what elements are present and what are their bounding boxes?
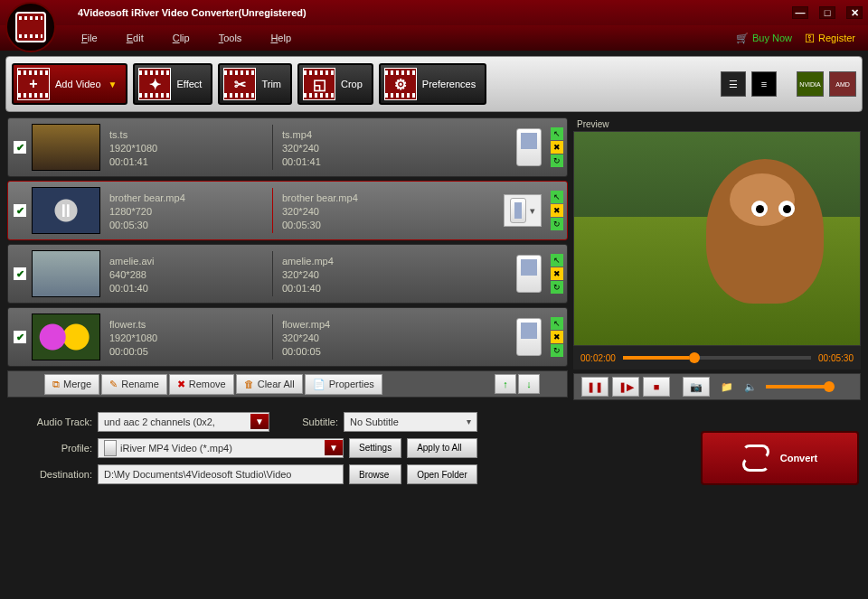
gear-icon: ⚙ [394, 76, 407, 93]
player-controls: ❚❚ ❚▶ ■ 📷 📁 🔈 [573, 373, 861, 400]
convert-button[interactable]: Convert [701, 431, 859, 485]
row-expand-button[interactable]: ↖ [551, 191, 563, 203]
subtitle-label: Subtitle: [275, 416, 338, 427]
preferences-button[interactable]: ⚙ Preferences [379, 63, 486, 105]
arrow-down-icon: ↓ [526, 379, 532, 389]
device-icon [516, 128, 542, 166]
move-up-button[interactable]: ↑ [495, 374, 516, 394]
subtitle-select[interactable]: No Subtitle [344, 412, 477, 432]
row-reload-button[interactable]: ↻ [551, 344, 563, 357]
merge-icon: ⧉ [52, 379, 60, 390]
row-reload-button[interactable]: ↻ [551, 281, 563, 294]
total-time: 00:05:30 [818, 353, 854, 363]
merge-button[interactable]: ⧉Merge [44, 374, 99, 395]
open-folder-button[interactable]: Open Folder [407, 464, 477, 484]
output-info: amelie.mp4320*24000:01:40 [282, 254, 436, 294]
remove-icon: ✖ [177, 379, 185, 390]
pencil-icon: ✎ [109, 379, 118, 390]
minimize-button[interactable]: — [792, 6, 808, 19]
row-checkbox[interactable]: ✔ [14, 267, 26, 280]
list-actions-bar: ⧉Merge ✎Rename ✖Remove 🗑Clear All 📄Prope… [7, 370, 568, 398]
source-info: flower.ts1920*108000:00:05 [109, 317, 272, 357]
amd-badge: AMD [829, 71, 856, 97]
toolbar: + Add Video▼ ✦ Effect ✂ Trim ◱ Crop ⚙ Pr… [5, 56, 863, 112]
file-list: ✔ts.ts1920*108000:01:41ts.mp4320*24000:0… [7, 117, 568, 367]
source-info: ts.ts1920*108000:01:41 [109, 127, 272, 167]
rename-button[interactable]: ✎Rename [101, 374, 167, 395]
window-title: 4Videosoft iRiver Video Converter(Unregi… [78, 7, 307, 18]
effect-button[interactable]: ✦ Effect [133, 63, 212, 105]
view-list-button[interactable]: ☰ [721, 71, 746, 97]
preview-label: Preview [573, 117, 861, 131]
properties-button[interactable]: 📄Properties [305, 374, 382, 395]
chevron-down-icon: ▼ [108, 80, 118, 89]
menubar: File Edit Clip Tools Help 🛒Buy Now ⚿Regi… [0, 25, 868, 51]
device-dropdown[interactable]: ▾ [504, 194, 542, 227]
register-link[interactable]: ⚿Register [805, 33, 855, 43]
snapshot-folder-button[interactable]: 📁 [713, 377, 741, 397]
add-video-button[interactable]: + Add Video▼ [12, 63, 127, 105]
preview-viewport [573, 131, 861, 346]
stop-button[interactable]: ■ [643, 377, 670, 397]
trim-button[interactable]: ✂ Trim [218, 63, 292, 105]
device-icon [516, 318, 542, 356]
thumbnail: ⏸ [32, 187, 100, 234]
row-reload-button[interactable]: ↻ [551, 218, 563, 230]
crop-button[interactable]: ◱ Crop [297, 63, 373, 105]
row-checkbox[interactable]: ✔ [14, 331, 26, 343]
current-time: 00:02:00 [580, 353, 616, 363]
profile-select[interactable]: iRiver MP4 Video (*.mp4) [98, 438, 344, 458]
cart-icon: 🛒 [736, 33, 749, 44]
row-reload-button[interactable]: ↻ [551, 154, 563, 167]
remove-button[interactable]: ✖Remove [169, 374, 234, 395]
clear-all-button[interactable]: 🗑Clear All [236, 374, 303, 394]
row-remove-button[interactable]: ✖ [551, 331, 563, 343]
seek-slider[interactable] [623, 356, 811, 360]
menu-edit[interactable]: Edit [127, 33, 144, 43]
key-icon: ⚿ [805, 33, 815, 43]
row-remove-button[interactable]: ✖ [551, 204, 563, 217]
sparkle-icon: ✦ [149, 76, 161, 93]
destination-input[interactable]: D:\My Documents\4Videosoft Studio\Video [98, 464, 344, 484]
close-button[interactable]: ✕ [846, 6, 863, 19]
row-expand-button[interactable]: ↖ [551, 127, 563, 140]
menu-help[interactable]: Help [270, 33, 291, 43]
view-detail-button[interactable]: ≡ [751, 71, 777, 97]
crop-icon: ◱ [313, 76, 326, 93]
file-row[interactable]: ✔amelie.avi640*28800:01:40amelie.mp4320*… [7, 244, 568, 304]
profile-label: Profile: [9, 443, 92, 454]
buy-now-link[interactable]: 🛒Buy Now [736, 33, 792, 44]
menu-file[interactable]: File [81, 33, 98, 43]
row-checkbox[interactable]: ✔ [14, 141, 26, 154]
apply-to-all-button[interactable]: Apply to All [407, 438, 477, 458]
file-row[interactable]: ✔ts.ts1920*108000:01:41ts.mp4320*24000:0… [7, 117, 568, 177]
browse-button[interactable]: Browse [349, 464, 401, 484]
row-checkbox[interactable]: ✔ [14, 204, 26, 217]
menu-clip[interactable]: Clip [173, 33, 190, 43]
file-row[interactable]: ✔⏸brother bear.mp41280*72000:05:30brothe… [7, 181, 568, 240]
convert-icon [742, 445, 769, 472]
maximize-button[interactable]: □ [819, 6, 835, 19]
device-icon [104, 440, 117, 456]
step-button[interactable]: ❚▶ [612, 377, 639, 397]
thumbnail [32, 314, 100, 360]
thumbnail [32, 250, 100, 297]
move-down-button[interactable]: ↓ [518, 374, 540, 394]
audio-track-select[interactable]: und aac 2 channels (0x2, [98, 412, 269, 432]
file-row[interactable]: ✔flower.ts1920*108000:00:05flower.mp4320… [7, 307, 568, 367]
settings-panel: Audio Track: und aac 2 channels (0x2, Su… [9, 411, 477, 485]
output-info: brother bear.mp4320*24000:05:30 [282, 191, 436, 230]
volume-slider[interactable] [766, 385, 829, 388]
row-expand-button[interactable]: ↖ [551, 254, 563, 267]
snapshot-button[interactable]: 📷 [683, 377, 710, 397]
row-expand-button[interactable]: ↖ [551, 317, 563, 330]
plus-icon: + [29, 76, 37, 92]
app-logo [5, 2, 56, 52]
playbar: 00:02:00 00:05:30 [573, 346, 861, 370]
audio-track-label: Audio Track: [9, 416, 92, 427]
pause-button[interactable]: ❚❚ [581, 377, 609, 397]
settings-button[interactable]: Settings [349, 438, 401, 458]
menu-tools[interactable]: Tools [219, 33, 242, 43]
row-remove-button[interactable]: ✖ [551, 141, 563, 154]
row-remove-button[interactable]: ✖ [551, 267, 563, 280]
